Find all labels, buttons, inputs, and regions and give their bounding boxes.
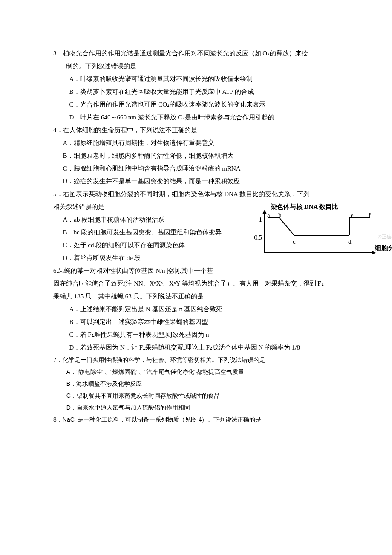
chart-point-f: f [369, 209, 371, 222]
question-3: 3．植物光合作用的作用光谱是通过测量光合作用对不同波长光的反应（如 O₂的释放）… [53, 47, 347, 124]
q4-option-b: B．细胞衰老时，细胞内多种酶的活性降低，细胞核体积增大 [53, 149, 347, 162]
q3-stem-line2: 制的。下列叙述错误的是 [53, 60, 347, 72]
q8-stem: 8．NaCl 是一种化工原料，可以制备一系列物质（见图 4）。下列说法正确的是 [53, 413, 347, 425]
q5-option-d: D．着丝点断裂发生在 de 段 [53, 251, 347, 264]
q7-option-c: C．铝制餐具不宜用来蒸煮或长时间存放酸性或碱性的食品 [53, 390, 347, 402]
q4-stem: 4．在人体细胞的生命历程中，下列说法不正确的是 [53, 124, 347, 136]
q7-option-a: A．"静电除尘"、"燃煤固硫"、"汽车尾气催化净化"都能提高空气质量 [53, 366, 347, 378]
q4-option-a: A．精原细胞增殖具有周期性，对生物遗传有重要意义 [53, 136, 347, 149]
chart-point-a: a [267, 209, 270, 222]
chart-point-d: d [348, 235, 352, 248]
question-5: 5．右图表示某动物细胞分裂的不同时期，细胞内染色体与核 DNA 数目比的变化关系… [53, 188, 347, 264]
q3-option-b: B．类胡萝卜素可在红光区吸收大量光能用于光反应中 ATP 的合成 [53, 85, 347, 98]
q4-option-c: C．胰腺细胞和心肌细胞中均含有指导合成唾液淀粉酶的 mRNA [53, 162, 347, 175]
q6-stem-line3: 果蝇共 185 只，其中雄蝇 63 只。下列说法不正确的是 [53, 290, 347, 303]
chart-x-label: 细胞分裂时期 [375, 241, 392, 255]
question-4: 4．在人体细胞的生命历程中，下列说法不正确的是 A．精原细胞增殖具有周期性，对生… [53, 124, 347, 188]
q7-option-d: D．自来水中通入氯气与加入硫酸铝的作用相同 [53, 402, 347, 413]
chart-seg-cd [294, 235, 349, 236]
q6-option-c: C．若 F₁雌性果蝇共有一种表现型,则致死基因为 n [53, 328, 347, 341]
q7-stem: 7．化学是一门实用性很强的科学，与社会、环境等密切相关。下列说法错误的是 [53, 354, 347, 366]
chart-x-axis [264, 252, 375, 253]
question-8: 8．NaCl 是一种化工原料，可以制备一系列物质（见图 4）。下列说法正确的是 [53, 413, 347, 425]
question-6: 6.果蝇的某一对相对性状由等位基因 N/n 控制,其中一个基 因在纯合时能使合子… [53, 264, 347, 354]
q6-option-d: D．若致死基因为 N，让 F₁果蝇随机交配,理论上 F₂成活个体中基因 N 的频… [53, 341, 347, 354]
chart-seg-de [349, 217, 350, 235]
q3-option-a: A．叶绿素的吸收光谱可通过测量其对不同波长光的吸收值来绘制 [53, 72, 347, 85]
chart-plot-area: 1 0.5 a b c d e f 细胞分裂时期 @正确教育 [241, 211, 377, 253]
q5-stem-line1: 5．右图表示某动物细胞分裂的不同时期，细胞内染色体与核 DNA 数目比的变化关系… [53, 188, 347, 200]
q4-option-d: D．癌症的发生并不是单一基因突变的结果，而是一种累积效应 [53, 175, 347, 188]
q3-stem-line1: 3．植物光合作用的作用光谱是通过测量光合作用对不同波长光的反应（如 O₂的释放）… [53, 47, 347, 60]
chart-ratio: 染色体与核 DNA 数目比 1 0.5 a b c d e f 细胞分裂时期 @… [241, 202, 386, 253]
chart-watermark: @正确教育 [378, 232, 392, 241]
question-7: 7．化学是一门实用性很强的科学，与社会、环境等密切相关。下列说法错误的是 A．"… [53, 354, 347, 413]
q3-option-d: D．叶片在 640～660 nm 波长光下释放 O₂是由叶绿素参与光合作用引起的 [53, 111, 347, 124]
chart-point-c: c [293, 235, 296, 248]
chart-ytick-05: 0.5 [249, 231, 262, 244]
chart-point-e: e [351, 209, 354, 222]
q7-option-b: B．海水晒盐不涉及化学反应 [53, 378, 347, 390]
chart-y-axis [264, 211, 265, 253]
chart-ytick-1: 1 [249, 213, 262, 226]
q6-stem-line2: 因在纯合时能使合子致死(注:NN、XⁿXⁿ、XⁿY 等均视为纯合子）。有人用一对… [53, 277, 347, 290]
q3-option-c: C．光合作用的作用光谱也可用 CO₂的吸收速率随光波长的变化来表示 [53, 98, 347, 111]
q6-option-b: B．可以判定出上述实验亲本中雌性果蝇的基因型 [53, 315, 347, 328]
q6-option-a: A．上述结果不能判定出是 N 基因还是 n 基因纯合致死 [53, 303, 347, 315]
q6-stem-line1: 6.果蝇的某一对相对性状由等位基因 N/n 控制,其中一个基 [53, 264, 347, 277]
chart-point-b: b [278, 209, 282, 222]
